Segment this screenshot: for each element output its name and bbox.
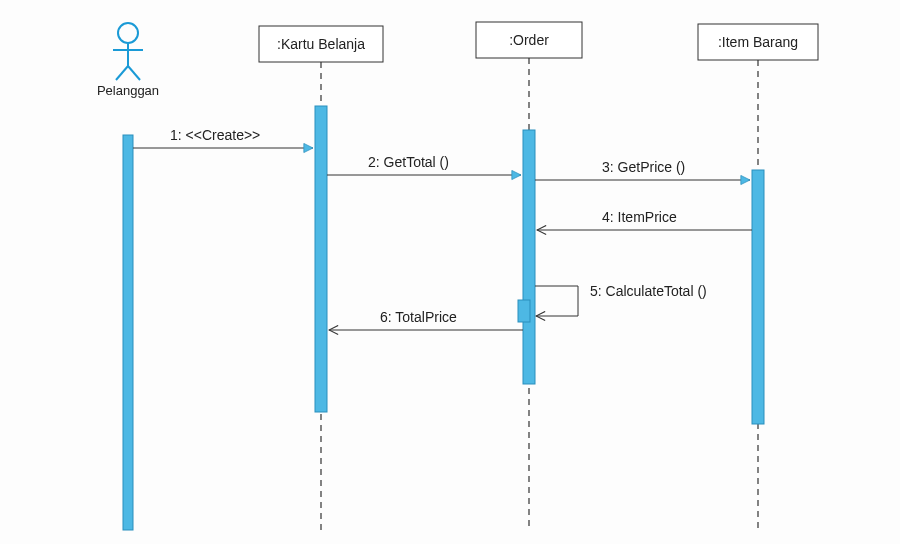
message-2-gettotal: 2: GetTotal () [327,154,521,175]
message-6-totalprice: 6: TotalPrice [329,309,523,330]
participant-label: :Order [509,32,549,48]
message-1-create: 1: <<Create>> [133,127,313,148]
activation-item-barang [752,170,764,424]
message-label: 5: CalculateTotal () [590,283,707,299]
message-label: 4: ItemPrice [602,209,677,225]
message-label: 6: TotalPrice [380,309,457,325]
sequence-diagram: Pelanggan :Kartu Belanja :Order :Item Ba… [0,0,900,544]
participant-order: :Order [476,22,582,530]
message-3-getprice: 3: GetPrice () [535,159,750,180]
message-5-calculatetotal: 5: CalculateTotal () [518,283,707,322]
participant-item-barang: :Item Barang [698,24,818,530]
svg-line-2 [116,66,128,80]
svg-line-3 [128,66,140,80]
actor-label: Pelanggan [97,83,159,98]
activation-kartu-belanja [315,106,327,412]
message-label: 1: <<Create>> [170,127,260,143]
actor-head-icon [118,23,138,43]
activation-order [523,130,535,384]
actor-activation [123,135,133,530]
message-4-itemprice: 4: ItemPrice [537,209,752,230]
participant-label: :Item Barang [718,34,798,50]
participant-label: :Kartu Belanja [277,36,365,52]
message-label: 2: GetTotal () [368,154,449,170]
self-activation [518,300,530,322]
message-label: 3: GetPrice () [602,159,685,175]
actor-pelanggan: Pelanggan [97,23,159,530]
participant-kartu-belanja: :Kartu Belanja [259,26,383,530]
